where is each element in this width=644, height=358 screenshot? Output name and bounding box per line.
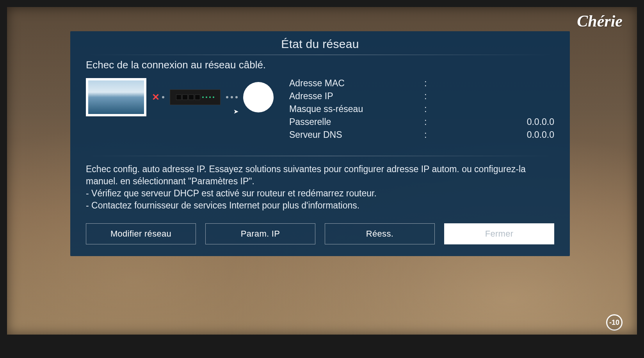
tv-frame <box>0 0 644 358</box>
